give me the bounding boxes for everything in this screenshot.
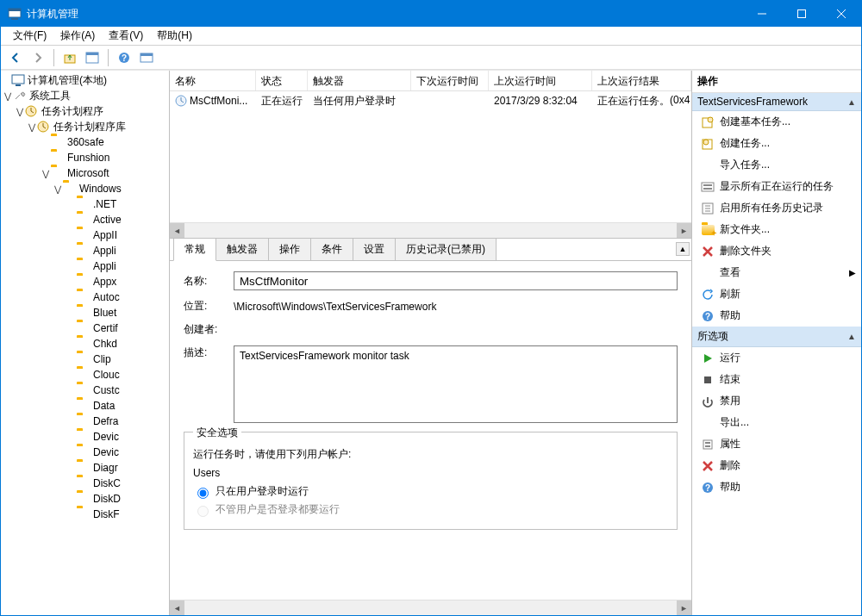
twisty-icon[interactable]	[66, 339, 77, 349]
tree-folder-4[interactable]: .NET	[1, 196, 169, 212]
tab-history[interactable]: 历史记录(已禁用)	[395, 238, 497, 260]
twisty-icon[interactable]: ⋁	[53, 184, 63, 194]
action-selected-0[interactable]: 运行	[692, 347, 861, 369]
tree-folder-22[interactable]: DiskC	[1, 476, 169, 491]
action-context-6[interactable]: 删除文件夹	[692, 240, 861, 262]
twisty-icon[interactable]: ⋁	[41, 168, 51, 178]
action-selected-3[interactable]: 导出...	[692, 412, 861, 433]
horizontal-scrollbar[interactable]: ◄►	[170, 222, 691, 238]
tab-triggers[interactable]: 触发器	[216, 238, 269, 260]
twisty-icon[interactable]	[66, 401, 77, 411]
tree-folder-5[interactable]: Active	[1, 212, 169, 227]
action-context-1[interactable]: 创建任务...	[692, 133, 861, 154]
tree-root[interactable]: 计算机管理(本地)	[1, 72, 169, 88]
twisty-icon[interactable]	[66, 370, 77, 380]
action-context-0[interactable]: 创建基本任务...	[692, 111, 861, 133]
twisty-icon[interactable]	[66, 323, 77, 333]
action-context-4[interactable]: 启用所有任务历史记录	[692, 197, 861, 219]
tree-folder-1[interactable]: Funshion	[1, 150, 169, 165]
tree-folder-0[interactable]: 360safe	[1, 134, 169, 150]
action-context-2[interactable]: 导入任务...	[692, 154, 861, 176]
twisty-icon[interactable]: ⋁	[3, 90, 13, 101]
twisty-icon[interactable]	[66, 494, 77, 504]
tree-folder-13[interactable]: Chkd	[1, 336, 169, 352]
tab-settings[interactable]: 设置	[353, 238, 396, 260]
menu-help[interactable]: 帮助(H)	[150, 27, 199, 45]
tree-folder-20[interactable]: Devic	[1, 445, 169, 460]
twisty-icon[interactable]	[66, 308, 77, 318]
back-button[interactable]	[6, 48, 25, 67]
action-selected-2[interactable]: 禁用	[692, 390, 861, 412]
twisty-icon[interactable]	[66, 261, 77, 271]
tree-folder-18[interactable]: Defra	[1, 414, 169, 429]
tab-general[interactable]: 常规	[173, 238, 216, 261]
action-context-8[interactable]: 刷新	[692, 283, 861, 305]
actions-section-context[interactable]: TextServicesFramework ▲	[692, 93, 861, 111]
tree-folder-8[interactable]: Appli	[1, 258, 169, 274]
tree-folder-24[interactable]: DiskF	[1, 507, 169, 522]
close-button[interactable]	[821, 1, 861, 27]
tab-conditions[interactable]: 条件	[310, 238, 353, 260]
forward-button[interactable]	[28, 48, 47, 67]
action-selected-1[interactable]: 结束	[692, 369, 861, 390]
col-name[interactable]: 名称	[170, 71, 256, 90]
tree-folder-9[interactable]: Appx	[1, 274, 169, 289]
properties-button[interactable]	[83, 48, 102, 67]
tree-folder-2[interactable]: ⋁Microsoft	[1, 165, 169, 181]
action-context-3[interactable]: 显示所有正在运行的任务	[692, 176, 861, 197]
twisty-icon[interactable]	[66, 215, 77, 225]
twisty-icon[interactable]	[66, 416, 77, 426]
twisty-icon[interactable]	[41, 152, 51, 163]
twisty-icon[interactable]	[66, 292, 77, 302]
scroll-up[interactable]: ▲	[676, 242, 690, 256]
menu-file[interactable]: 文件(F)	[6, 27, 53, 45]
extra-button[interactable]	[137, 48, 156, 67]
tree-folder-19[interactable]: Devic	[1, 429, 169, 445]
col-trigger[interactable]: 触发器	[308, 71, 411, 90]
twisty-icon[interactable]: ⋁	[15, 106, 25, 116]
tree-pane[interactable]: 计算机管理(本地)⋁系统工具⋁任务计划程序⋁任务计划程序库360safeFuns…	[1, 71, 170, 615]
input-description[interactable]	[234, 345, 678, 423]
actions-section-selected[interactable]: 所选项 ▲	[692, 327, 861, 347]
table-row[interactable]: MsCtfMoni... 正在运行 当任何用户登录时 2017/3/29 8:3…	[170, 91, 691, 110]
tree-folder-6[interactable]: AppII	[1, 227, 169, 243]
tree-folder-12[interactable]: Certif	[1, 320, 169, 336]
twisty-icon[interactable]	[41, 137, 51, 147]
tree-folder-17[interactable]: Data	[1, 398, 169, 414]
twisty-icon[interactable]: ⋁	[27, 121, 37, 132]
col-result[interactable]: 上次运行结果	[592, 71, 691, 90]
tree-system-tools[interactable]: ⋁系统工具	[1, 88, 169, 103]
action-selected-5[interactable]: 删除	[692, 455, 861, 476]
maximize-button[interactable]	[782, 1, 821, 27]
twisty-icon[interactable]	[66, 432, 77, 442]
input-name[interactable]	[234, 271, 678, 290]
twisty-icon[interactable]	[66, 354, 77, 364]
tree-folder-16[interactable]: Custc	[1, 383, 169, 398]
twisty-icon[interactable]	[66, 230, 77, 240]
action-context-5[interactable]: ✦新文件夹...	[692, 219, 861, 240]
action-context-7[interactable]: 查看▶	[692, 262, 861, 283]
menu-view[interactable]: 查看(V)	[102, 27, 150, 45]
twisty-icon[interactable]	[66, 463, 77, 473]
col-status[interactable]: 状态	[256, 71, 308, 90]
tree-scheduler[interactable]: ⋁任务计划程序	[1, 103, 169, 119]
twisty-icon[interactable]	[1, 75, 11, 85]
tree-folder-15[interactable]: Clouc	[1, 367, 169, 383]
help-button[interactable]: ?	[115, 48, 134, 67]
twisty-icon[interactable]	[66, 385, 77, 395]
detail-horizontal-scrollbar[interactable]: ◄►	[170, 600, 691, 615]
tab-actions[interactable]: 操作	[268, 238, 311, 260]
tree-folder-3[interactable]: ⋁Windows	[1, 181, 169, 196]
tree-library[interactable]: ⋁任务计划程序库	[1, 119, 169, 134]
action-context-9[interactable]: ?帮助	[692, 305, 861, 327]
tree-folder-10[interactable]: Autoc	[1, 289, 169, 305]
col-last[interactable]: 上次运行时间	[489, 71, 592, 90]
twisty-icon[interactable]	[66, 246, 77, 256]
up-button[interactable]	[60, 48, 79, 67]
tree-folder-23[interactable]: DiskD	[1, 491, 169, 507]
minimize-button[interactable]	[742, 1, 782, 27]
col-next[interactable]: 下次运行时间	[411, 71, 489, 90]
action-selected-4[interactable]: 属性	[692, 433, 861, 455]
tree-folder-21[interactable]: Diagr	[1, 460, 169, 476]
radio-logged-on[interactable]	[197, 488, 209, 499]
